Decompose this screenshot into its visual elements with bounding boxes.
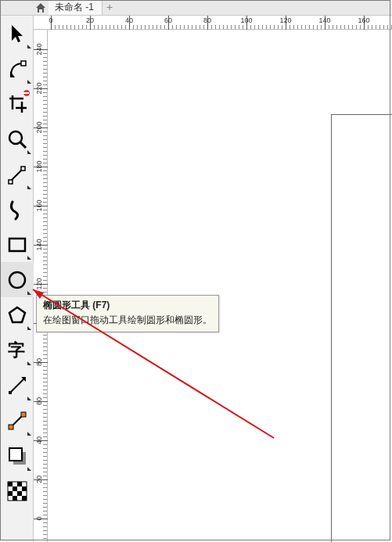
polygon-icon bbox=[7, 305, 27, 325]
pick-icon bbox=[9, 23, 26, 44]
svg-rect-0 bbox=[21, 61, 26, 66]
transparency-icon bbox=[7, 481, 27, 501]
ellipse-icon bbox=[7, 270, 27, 290]
ellipse-tool[interactable] bbox=[0, 262, 34, 297]
svg-rect-17 bbox=[8, 482, 27, 501]
svg-rect-4 bbox=[9, 180, 13, 184]
zoom-tool[interactable] bbox=[0, 121, 34, 156]
svg-rect-20 bbox=[13, 486, 17, 491]
svg-rect-11 bbox=[9, 391, 12, 394]
plus-icon: + bbox=[106, 1, 113, 13]
svg-text:字: 字 bbox=[8, 340, 25, 360]
svg-rect-19 bbox=[17, 482, 22, 486]
document-tab-label: 未命名 -1 bbox=[55, 2, 94, 13]
svg-rect-15 bbox=[13, 452, 26, 465]
svg-rect-25 bbox=[22, 496, 27, 501]
svg-rect-14 bbox=[21, 412, 26, 417]
app-root: 未命名 -1 + bbox=[0, 0, 392, 542]
zoom-icon bbox=[7, 129, 27, 149]
artistic-icon bbox=[8, 199, 27, 221]
polygon-tool[interactable] bbox=[0, 297, 34, 332]
svg-rect-18 bbox=[8, 482, 13, 486]
svg-point-7 bbox=[9, 272, 25, 288]
svg-line-3 bbox=[10, 169, 23, 181]
drop-shadow-tool[interactable] bbox=[0, 438, 34, 473]
svg-rect-6 bbox=[9, 239, 25, 251]
svg-rect-13 bbox=[9, 425, 13, 429]
text-icon: 字 bbox=[6, 340, 28, 361]
freehand-tool[interactable] bbox=[0, 156, 34, 192]
rectangle-icon bbox=[7, 235, 27, 254]
vertical-ruler[interactable]: 240220200180160140120100806040200 bbox=[34, 30, 48, 542]
pick-tool[interactable] bbox=[0, 16, 34, 51]
tab-bar: 未命名 -1 + bbox=[0, 0, 392, 16]
drawing-canvas[interactable] bbox=[48, 30, 392, 542]
shape-icon bbox=[8, 59, 27, 79]
svg-rect-16 bbox=[9, 448, 22, 461]
tooltip-title: 椭圆形工具 (F7) bbox=[43, 299, 212, 312]
home-icon bbox=[35, 2, 46, 13]
page-boundary bbox=[331, 114, 392, 542]
dimension-icon bbox=[7, 375, 27, 396]
svg-line-10 bbox=[10, 379, 24, 393]
shape-tool[interactable] bbox=[0, 51, 34, 86]
svg-rect-21 bbox=[22, 486, 27, 491]
new-tab-button[interactable]: + bbox=[102, 0, 117, 15]
svg-rect-5 bbox=[21, 167, 25, 170]
artistic-media-tool[interactable] bbox=[0, 192, 34, 227]
svg-rect-22 bbox=[8, 491, 13, 496]
text-tool[interactable]: 字 bbox=[0, 332, 34, 368]
tool-tooltip: 椭圆形工具 (F7) 在绘图窗口拖动工具绘制圆形和椭圆形。 bbox=[36, 295, 219, 332]
connector-tool[interactable] bbox=[0, 403, 34, 438]
dimension-tool[interactable] bbox=[0, 368, 34, 403]
document-tab[interactable]: 未命名 -1 bbox=[49, 0, 102, 15]
freehand-icon bbox=[7, 164, 27, 185]
svg-line-12 bbox=[11, 415, 23, 427]
toolbox: 字 bbox=[0, 16, 34, 542]
dropshadow-icon bbox=[7, 446, 27, 466]
tooltip-body: 在绘图窗口拖动工具绘制圆形和椭圆形。 bbox=[43, 314, 212, 327]
svg-line-2 bbox=[20, 142, 26, 148]
rectangle-tool[interactable] bbox=[0, 227, 34, 262]
svg-rect-23 bbox=[17, 491, 22, 496]
horizontal-ruler[interactable]: 020406080100120140160 bbox=[34, 16, 392, 30]
crop-tool[interactable] bbox=[0, 86, 34, 121]
home-button[interactable] bbox=[34, 1, 48, 15]
connector-icon bbox=[7, 411, 27, 431]
svg-rect-24 bbox=[13, 496, 17, 501]
svg-point-1 bbox=[9, 131, 22, 144]
svg-marker-8 bbox=[9, 307, 25, 322]
crop-icon bbox=[8, 94, 27, 114]
transparency-tool[interactable] bbox=[0, 473, 34, 508]
